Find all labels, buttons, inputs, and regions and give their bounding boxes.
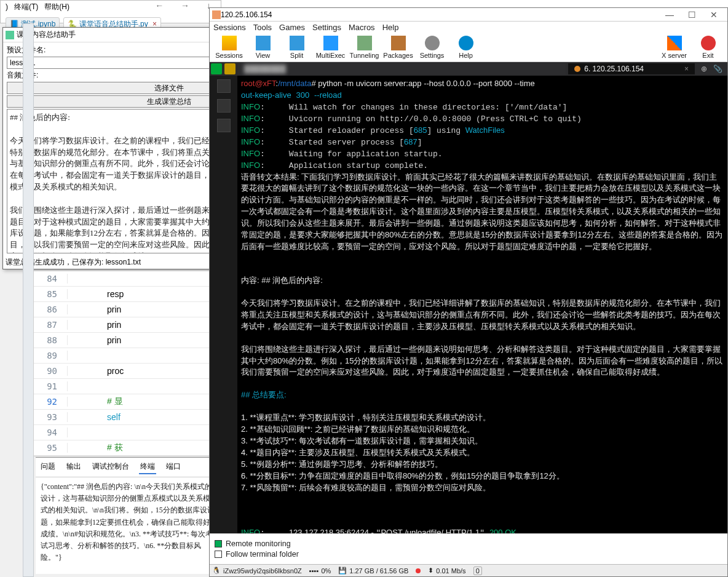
tunneling-icon	[357, 36, 372, 50]
terminal[interactable]: root@xFT:/mnt/data# python -m uvicorn se…	[237, 76, 727, 533]
remote-monitoring-checkbox[interactable]	[215, 540, 222, 547]
menu-item-help[interactable]: 帮助(H)	[44, 2, 69, 11]
toolbar-multiexec[interactable]: MultiExec	[314, 36, 347, 59]
status-disk: 💾 1.27 GB / 61.56 GB	[338, 567, 408, 575]
menu-item[interactable]: )	[6, 2, 8, 11]
code-line[interactable]: 87prin	[34, 317, 217, 333]
console-tab[interactable]: 终端	[139, 460, 156, 474]
code-line[interactable]: 90proc	[34, 364, 217, 379]
moba-menu-item[interactable]: Settings	[312, 23, 341, 32]
multiexec-icon	[323, 36, 338, 50]
moba-menu-item[interactable]: Games	[279, 23, 305, 32]
status-dot-icon	[416, 568, 421, 573]
code-line[interactable]: 94	[34, 425, 217, 440]
home-session-icon[interactable]	[211, 63, 222, 74]
sidebar-icon[interactable]	[217, 119, 231, 132]
console-tab[interactable]: 输出	[65, 460, 82, 474]
view-icon	[256, 36, 271, 50]
console-tab[interactable]: 调试控制台	[91, 460, 130, 474]
editor-top-strip: ) 终端(T) 帮助(H) ← → ↓ 📘 测试.ipynb 🐍 课堂语音总结助…	[0, 0, 221, 23]
app-icon	[6, 31, 14, 39]
moba-minimize[interactable]: —	[659, 10, 681, 20]
moba-statusbar: 🐧 iZwz95wdyi2qsib6lkbsn0Z ▪▪▪▪ 0% 💾 1.27…	[210, 564, 727, 576]
console-tab[interactable]: 端口	[165, 460, 182, 474]
editor-left-ruler	[23, 23, 34, 577]
code-line[interactable]: 84	[34, 271, 217, 287]
session-tab-active[interactable]: 6. 120.25.106.154×	[568, 63, 695, 74]
toolbar-packages[interactable]: Packages	[381, 36, 415, 59]
code-line[interactable]: 86prin	[34, 302, 217, 317]
code-line[interactable]: 93self	[34, 410, 217, 425]
help-icon	[459, 36, 473, 50]
moba-close[interactable]: ✕	[703, 10, 725, 20]
toolbar-help[interactable]: Help	[449, 36, 483, 59]
code-line[interactable]: 88prin	[34, 333, 217, 348]
sessions-icon	[222, 36, 237, 50]
moba-sidebar	[210, 76, 237, 533]
toolbar-settings[interactable]: Settings	[415, 36, 449, 59]
x server-icon	[667, 36, 682, 50]
status-host: iZwz95wdyi2qsib6lkbsn0Z	[223, 567, 302, 575]
moba-toolbar: SessionsViewSplitMultiExecTunnelingPacka…	[210, 33, 727, 62]
console-tab[interactable]: 问题	[39, 460, 57, 474]
moba-menu-item[interactable]: Help	[382, 23, 399, 32]
bolt-icon	[574, 66, 580, 72]
toolbar-tunneling[interactable]: Tunneling	[347, 36, 381, 59]
session-icon[interactable]	[224, 63, 235, 74]
tab-close-icon[interactable]: ×	[684, 65, 689, 73]
sidebar-icon[interactable]	[217, 79, 231, 93]
status-clock: 0	[473, 567, 482, 575]
sidebar-icon[interactable]	[217, 99, 231, 113]
code-line[interactable]: 91	[34, 379, 217, 394]
moba-icon	[212, 10, 221, 19]
code-line[interactable]: 92# 显	[34, 394, 217, 410]
moba-bottom-options: Remote monitoring Follow terminal folder	[210, 533, 727, 564]
toolbar-exit[interactable]: Exit	[691, 36, 725, 59]
moba-session-tabs: ████████ 6. 120.25.106.154× ⊕ 📎	[210, 62, 727, 76]
paperclip-icon[interactable]: 📎	[713, 65, 727, 73]
follow-folder-label: Follow terminal folder	[226, 550, 299, 559]
toolbar-view[interactable]: View	[246, 36, 280, 59]
add-session-button[interactable]: ⊕	[697, 65, 711, 73]
code-editor[interactable]: 8485resp86prin87prin88prin8990proc9192# …	[33, 271, 218, 456]
code-line[interactable]: 89	[34, 348, 217, 364]
console-panel: 问题输出调试控制台终端端口 {"content":"## 润色后的内容: \n\…	[36, 457, 220, 574]
exit-icon	[701, 36, 716, 50]
status-speed: ⬍ 0.01 Mb/s	[428, 567, 465, 575]
code-line[interactable]: 85resp	[34, 287, 217, 302]
settings-icon	[425, 36, 440, 50]
moba-title: 120.25.106.154	[221, 10, 272, 19]
moba-menu-item[interactable]: Macros	[349, 23, 375, 32]
remote-monitoring-label: Remote monitoring	[226, 539, 291, 548]
toolbar-sessions[interactable]: Sessions	[212, 36, 246, 59]
status-cpu: ▪▪▪▪ 0%	[309, 567, 331, 575]
moba-menu-item[interactable]: Sessions	[213, 23, 246, 32]
follow-folder-checkbox[interactable]	[215, 551, 222, 558]
packages-icon	[391, 36, 406, 50]
session-tab-blurred[interactable]: ████████	[238, 63, 566, 74]
toolbar-x-server[interactable]: X server	[657, 36, 691, 59]
moba-menubar[interactable]: SessionsToolsGamesSettingsMacrosHelp	[210, 22, 727, 33]
split-icon	[290, 36, 304, 50]
code-line[interactable]: 95# 获	[34, 440, 217, 456]
toolbar-split[interactable]: Split	[280, 36, 314, 59]
console-output[interactable]: {"content":"## 润色后的内容: \n\n今天我们关系模式的设计，这…	[36, 477, 220, 567]
moba-menu-item[interactable]: Tools	[253, 23, 272, 32]
moba-maximize[interactable]: ☐	[681, 10, 703, 20]
mobaxterm-window: 120.25.106.154 — ☐ ✕ SessionsToolsGamesS…	[209, 7, 728, 577]
menu-item-terminal[interactable]: 终端(T)	[14, 2, 38, 11]
